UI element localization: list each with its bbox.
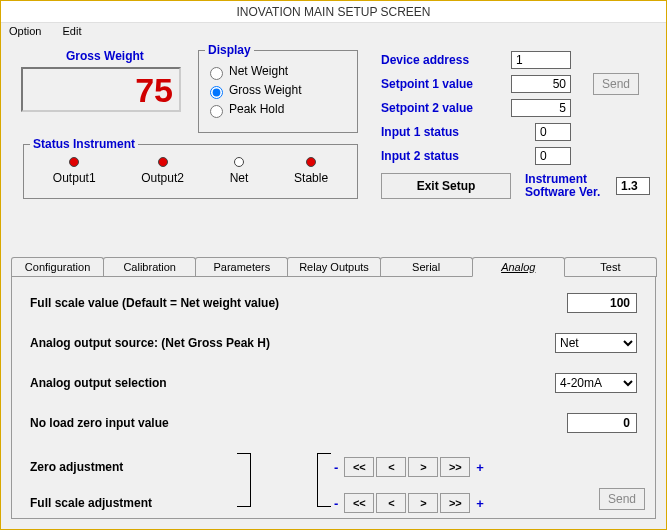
input1-status-input[interactable] <box>535 123 571 141</box>
full-adj-label: Full scale adjustment <box>30 496 230 510</box>
zero-fast-back-button[interactable]: << <box>344 457 374 477</box>
full-plus-icon: + <box>472 496 488 511</box>
full-fwd-button[interactable]: > <box>408 493 438 513</box>
label-output1: Output1 <box>53 171 96 185</box>
analog-selection-label: Analog output selection <box>30 376 555 390</box>
radio-peak-label: Peak Hold <box>229 102 284 116</box>
app-window: INOVATION MAIN SETUP SCREEN Option Edit … <box>0 0 667 530</box>
tab-calibration[interactable]: Calibration <box>103 257 196 277</box>
menu-option[interactable]: Option <box>9 25 41 37</box>
full-minus-icon: - <box>330 496 342 511</box>
exit-setup-button[interactable]: Exit Setup <box>381 173 511 199</box>
status-legend: Status Instrument <box>30 137 138 151</box>
tab-serial[interactable]: Serial <box>380 257 473 277</box>
zero-adj-label: Zero adjustment <box>30 460 230 474</box>
input2-status-label: Input 2 status <box>381 149 511 163</box>
send-button-analog[interactable]: Send <box>599 488 645 510</box>
analog-selection-select[interactable]: 4-20mA <box>555 373 637 393</box>
gross-weight-title: Gross Weight <box>66 49 144 63</box>
zero-plus-icon: + <box>472 460 488 475</box>
label-stable: Stable <box>294 171 328 185</box>
noload-input[interactable] <box>567 413 637 433</box>
tab-analog[interactable]: Analog <box>472 257 565 277</box>
led-output2 <box>158 157 168 167</box>
zero-fwd-button[interactable]: > <box>408 457 438 477</box>
fullscale-input[interactable] <box>567 293 637 313</box>
radio-net-weight[interactable] <box>210 67 223 80</box>
bracket-left <box>317 453 331 507</box>
setpoint2-label: Setpoint 2 value <box>381 101 511 115</box>
noload-label: No load zero input value <box>30 416 567 430</box>
full-back-button[interactable]: < <box>376 493 406 513</box>
led-output1 <box>69 157 79 167</box>
led-net <box>234 157 244 167</box>
tab-strip: Configuration Calibration Parameters Rel… <box>11 257 656 277</box>
zero-fast-fwd-button[interactable]: >> <box>440 457 470 477</box>
weight-display: 75 <box>21 67 181 112</box>
input2-status-input[interactable] <box>535 147 571 165</box>
menu-edit[interactable]: Edit <box>62 25 81 37</box>
tab-configuration[interactable]: Configuration <box>11 257 104 277</box>
input1-status-label: Input 1 status <box>381 125 511 139</box>
tab-parameters[interactable]: Parameters <box>195 257 288 277</box>
software-version-label: Instrument Software Ver. <box>525 173 615 199</box>
analog-source-select[interactable]: Net <box>555 333 637 353</box>
title-bar: INOVATION MAIN SETUP SCREEN <box>1 1 666 23</box>
tab-relay-outputs[interactable]: Relay Outputs <box>287 257 380 277</box>
setpoint2-input[interactable] <box>511 99 571 117</box>
analog-source-label: Analog output source: (Net Gross Peak H) <box>30 336 555 350</box>
led-stable <box>306 157 316 167</box>
display-group: Display Net Weight Gross Weight Peak Hol… <box>198 43 358 133</box>
fullscale-label: Full scale value (Default = Net weight v… <box>30 296 567 310</box>
tab-test[interactable]: Test <box>564 257 657 277</box>
send-button-top[interactable]: Send <box>593 73 639 95</box>
device-address-input[interactable] <box>511 51 571 69</box>
radio-net-label: Net Weight <box>229 64 288 78</box>
zero-back-button[interactable]: < <box>376 457 406 477</box>
analog-panel: Full scale value (Default = Net weight v… <box>11 276 656 519</box>
status-group: Status Instrument Output1 Output2 Net St… <box>23 137 358 199</box>
bracket-right <box>237 453 251 507</box>
setpoint1-label: Setpoint 1 value <box>381 77 511 91</box>
weight-value: 75 <box>135 71 173 110</box>
label-output2: Output2 <box>141 171 184 185</box>
radio-gross-label: Gross Weight <box>229 83 301 97</box>
full-fast-back-button[interactable]: << <box>344 493 374 513</box>
device-block: Device address Setpoint 1 value Send Set… <box>381 49 651 169</box>
menu-bar: Option Edit <box>1 23 666 43</box>
device-address-label: Device address <box>381 53 511 67</box>
full-fast-fwd-button[interactable]: >> <box>440 493 470 513</box>
display-legend: Display <box>205 43 254 57</box>
radio-gross-weight[interactable] <box>210 86 223 99</box>
setpoint1-input[interactable] <box>511 75 571 93</box>
software-version-value: 1.3 <box>616 177 650 195</box>
radio-peak-hold[interactable] <box>210 105 223 118</box>
zero-minus-icon: - <box>330 460 342 475</box>
label-net: Net <box>230 171 249 185</box>
